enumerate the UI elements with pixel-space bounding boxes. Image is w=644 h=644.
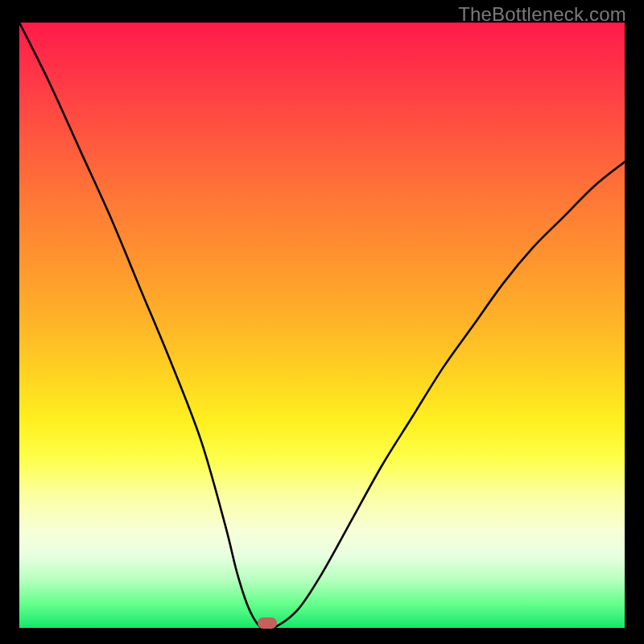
optimal-point-marker (258, 617, 277, 629)
bottleneck-curve (19, 23, 625, 628)
watermark-text: TheBottleneck.com (458, 3, 626, 26)
plot-area (19, 23, 625, 628)
chart-frame: TheBottleneck.com (0, 0, 644, 644)
